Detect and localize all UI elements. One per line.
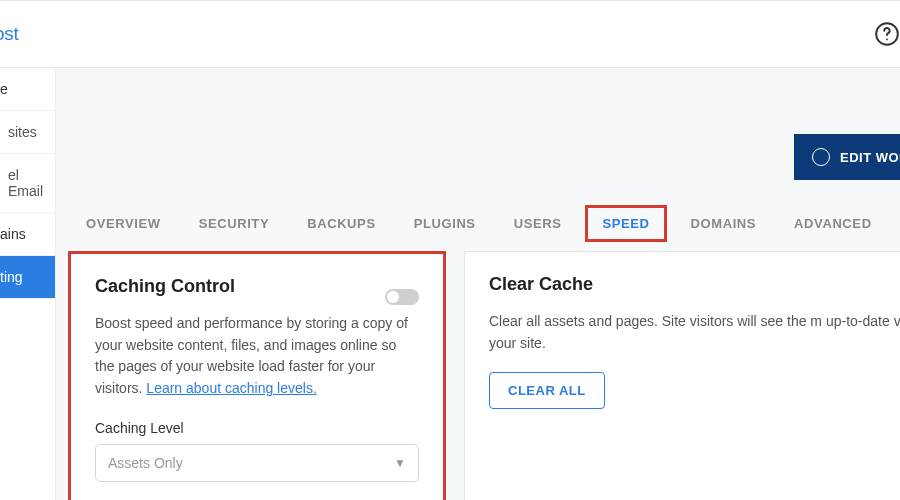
clear-cache-description: Clear all assets and pages. Site visitor… [489, 311, 900, 354]
learn-caching-link[interactable]: Learn about caching levels. [146, 380, 316, 396]
sidebar-item-3[interactable]: ains [0, 213, 55, 256]
tab-advanced[interactable]: ADVANCED [790, 208, 876, 239]
sidebar: e sites el Email ains ting [0, 68, 56, 500]
tab-backups[interactable]: BACKUPS [303, 208, 379, 239]
caching-level-value: Assets Only [108, 455, 183, 471]
sidebar-item-4[interactable]: ting [0, 256, 55, 299]
layout: e sites el Email ains ting EDIT WORDPRES… [0, 68, 900, 500]
edit-wordpress-label: EDIT WORDPRESS [840, 150, 900, 165]
caching-title: Caching Control [95, 276, 235, 297]
wordpress-icon [812, 148, 830, 166]
clear-cache-card: Clear Cache Clear all assets and pages. … [464, 251, 900, 500]
tab-domains[interactable]: DOMAINS [687, 208, 761, 239]
tab-security[interactable]: SECURITY [195, 208, 274, 239]
caching-level-label: Caching Level [95, 420, 419, 436]
sidebar-item-2[interactable]: el Email [0, 154, 55, 213]
brand-logo: ost [0, 23, 18, 45]
edit-wordpress-button[interactable]: EDIT WORDPRESS [794, 134, 900, 180]
main: EDIT WORDPRESS OVERVIEW SECURITY BACKUPS… [56, 68, 900, 500]
caching-level-select[interactable]: Assets Only ▼ [95, 444, 419, 482]
tabs: OVERVIEW SECURITY BACKUPS PLUGINS USERS … [56, 68, 900, 239]
tab-speed[interactable]: SPEED [585, 205, 666, 242]
tab-users[interactable]: USERS [510, 208, 566, 239]
tab-plugins[interactable]: PLUGINS [410, 208, 480, 239]
svg-point-1 [886, 39, 888, 41]
tab-overview[interactable]: OVERVIEW [82, 208, 165, 239]
caching-description: Boost speed and performance by storing a… [95, 313, 419, 400]
sidebar-item-1[interactable]: sites [0, 111, 55, 154]
content: Caching Control Boost speed and performa… [56, 239, 900, 500]
topbar: ost [0, 0, 900, 68]
help-icon[interactable] [874, 21, 900, 47]
chevron-down-icon: ▼ [394, 456, 406, 470]
sidebar-item-0[interactable]: e [0, 68, 55, 111]
caching-toggle[interactable] [385, 289, 419, 305]
clear-cache-title: Clear Cache [489, 274, 900, 295]
caching-card-header: Caching Control [95, 276, 419, 313]
caching-control-card: Caching Control Boost speed and performa… [68, 251, 446, 500]
clear-all-button[interactable]: CLEAR ALL [489, 372, 605, 409]
